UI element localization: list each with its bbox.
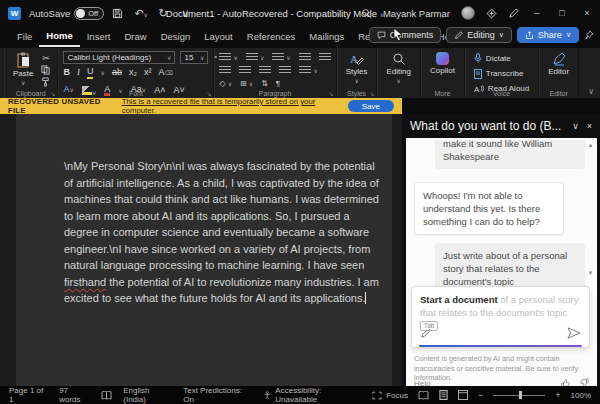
- font-group-label: Font: [58, 90, 213, 97]
- accessibility-indicator[interactable]: Accessibility: Unavailable: [263, 386, 361, 404]
- font-dialog-launcher-icon[interactable]: ↘: [206, 90, 211, 97]
- page-indicator[interactable]: Page 1 of 1: [9, 386, 48, 404]
- transcribe-icon: [474, 69, 482, 79]
- maximize-button[interactable]: □: [555, 8, 569, 18]
- web-layout-button[interactable]: [458, 390, 468, 400]
- panel-close-icon[interactable]: ×: [587, 121, 592, 131]
- tab-home[interactable]: Home: [39, 27, 79, 47]
- underline-dropdown-icon[interactable]: ∨: [100, 69, 104, 76]
- copilot-input-box[interactable]: Start a document of a personal story tha…: [411, 286, 590, 348]
- language-indicator[interactable]: English (India): [123, 386, 172, 404]
- transcribe-button[interactable]: Transcribe: [474, 69, 529, 79]
- document-text[interactable]: \nMy Personal Story\n\nI was always fasc…: [16, 114, 392, 307]
- microphone-icon: [474, 53, 482, 63]
- rewrite-pen-icon[interactable]: [420, 328, 431, 339]
- copy-icon[interactable]: [41, 65, 50, 75]
- document-page[interactable]: \nMy Personal Story\n\nI was always fasc…: [16, 114, 392, 386]
- numbering-button[interactable]: ∨: [246, 53, 264, 62]
- editor-button[interactable]: Editor: [544, 51, 573, 77]
- thumbs-up-icon[interactable]: [561, 378, 571, 386]
- comment-icon: [377, 31, 386, 40]
- copilot-button[interactable]: Copilot: [426, 51, 459, 76]
- clear-formatting-button[interactable]: A⌫: [158, 67, 173, 79]
- zoom-in-button[interactable]: +: [555, 390, 560, 400]
- zoom-slider-thumb[interactable]: [519, 391, 522, 399]
- align-right-button[interactable]: [259, 66, 271, 75]
- borders-button[interactable]: ⊞∨: [240, 79, 253, 88]
- draw-pencil-icon[interactable]: [508, 8, 519, 19]
- undo-icon[interactable]: ↶∨: [134, 7, 148, 20]
- read-mode-button[interactable]: [418, 391, 429, 400]
- send-icon[interactable]: [567, 327, 581, 339]
- proofing-icon[interactable]: [101, 391, 112, 400]
- tab-layout[interactable]: Layout: [197, 28, 240, 46]
- word-count[interactable]: 97 words: [59, 386, 90, 404]
- recovered-file-link[interactable]: This is a recovered file that is tempora…: [122, 97, 342, 115]
- print-layout-button[interactable]: [439, 390, 448, 400]
- tab-draw[interactable]: Draw: [117, 28, 153, 46]
- zoom-out-button[interactable]: −: [478, 390, 483, 400]
- sort-button[interactable]: ⇅: [261, 79, 268, 88]
- share-button[interactable]: Share∨: [517, 27, 579, 43]
- tab-mailings[interactable]: Mailings: [302, 28, 351, 46]
- tab-insert[interactable]: Insert: [80, 28, 118, 46]
- shading-button[interactable]: ◇∨: [219, 79, 232, 88]
- close-button[interactable]: ×: [580, 8, 594, 18]
- editing-button[interactable]: Editing ∨: [382, 51, 414, 85]
- styles-dialog-launcher-icon[interactable]: ↘: [369, 90, 374, 97]
- save-recovered-button[interactable]: Save: [348, 100, 394, 112]
- dictate-button[interactable]: Dictate: [474, 53, 529, 63]
- increase-indent-button[interactable]: [319, 53, 331, 62]
- minimize-button[interactable]: –: [530, 8, 544, 18]
- italic-button[interactable]: I: [77, 67, 80, 78]
- superscript-button[interactable]: x²: [144, 67, 152, 78]
- help-link[interactable]: Help: [414, 379, 430, 387]
- clipboard-dialog-launcher-icon[interactable]: ↘: [50, 90, 55, 97]
- editing-mode-button[interactable]: Editing∨: [446, 27, 512, 43]
- zoom-slider[interactable]: [493, 395, 545, 396]
- focus-button[interactable]: Focus: [372, 391, 408, 400]
- tab-design[interactable]: Design: [154, 28, 198, 46]
- save-icon[interactable]: [112, 8, 126, 19]
- paragraph-dialog-launcher-icon[interactable]: ↘: [329, 90, 334, 97]
- comments-button[interactable]: Comments: [369, 27, 442, 43]
- styles-button[interactable]: A Styles ∨: [342, 51, 372, 85]
- bold-button[interactable]: B: [63, 67, 70, 78]
- multilevel-list-button[interactable]: ∨: [272, 53, 290, 62]
- show-paragraph-marks-button[interactable]: ¶: [276, 79, 280, 88]
- avatar[interactable]: [461, 6, 475, 20]
- tab-file[interactable]: File: [10, 28, 39, 46]
- align-center-button[interactable]: [239, 66, 251, 75]
- document-title[interactable]: Document1 - AutoRecovered - Compatibilit…: [150, 8, 400, 19]
- chat-scrollbar[interactable]: ▲ ▼: [587, 142, 594, 276]
- font-name-combo[interactable]: Calibri Light (Headings)∨: [63, 51, 175, 64]
- zoom-level[interactable]: 100%: [571, 391, 591, 400]
- scroll-up-icon[interactable]: ▲: [587, 142, 594, 148]
- collapse-ribbon-icon[interactable]: ∨: [588, 87, 594, 96]
- tab-references[interactable]: References: [240, 28, 303, 46]
- autosave-toggle[interactable]: Off: [74, 7, 104, 20]
- format-painter-icon[interactable]: [41, 77, 50, 87]
- line-spacing-button[interactable]: ∨: [299, 66, 317, 75]
- misspelled-word[interactable]: firsthand: [64, 276, 106, 288]
- cut-icon[interactable]: ✂: [41, 53, 50, 63]
- paragraph-group: ∨ ∨ ∨ ∨ ◇∨ ⊞∨ ⇅ ¶ Paragraph ↘: [214, 48, 336, 98]
- justify-button[interactable]: [279, 66, 291, 75]
- align-left-button[interactable]: [219, 66, 231, 75]
- bullets-button[interactable]: ∨: [219, 53, 237, 62]
- underline-button[interactable]: U: [87, 66, 94, 79]
- clipboard-group-label: Clipboard: [4, 90, 57, 97]
- subscript-button[interactable]: x₂: [129, 67, 137, 78]
- scroll-down-icon[interactable]: ▼: [587, 270, 594, 276]
- paste-button[interactable]: Paste ∨: [9, 51, 37, 87]
- panel-collapse-icon[interactable]: ∨: [572, 121, 579, 131]
- text-predictions-indicator[interactable]: Text Predictions: On: [183, 386, 252, 404]
- thumbs-down-icon[interactable]: [579, 378, 589, 386]
- font-size-combo[interactable]: 15∨: [180, 51, 208, 64]
- diamond-icon[interactable]: [486, 8, 497, 19]
- copilot-icon: [436, 52, 449, 65]
- strikethrough-button[interactable]: ab: [112, 67, 122, 78]
- pin-icon[interactable]: [584, 30, 594, 40]
- decrease-indent-button[interactable]: [299, 53, 311, 62]
- autosave-control[interactable]: AutoSave Off: [29, 7, 104, 20]
